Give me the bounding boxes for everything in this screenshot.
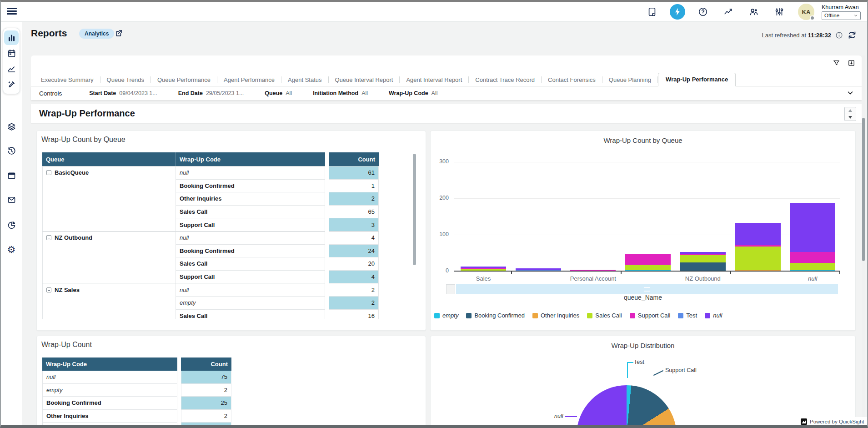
filter-icon[interactable] (833, 59, 840, 67)
legend-label: Booking Confirmed (474, 312, 525, 319)
people-icon[interactable] (746, 4, 762, 20)
control-end-date[interactable]: End Date29/05/2023 1... (178, 90, 244, 96)
legend-label: null (713, 312, 722, 319)
count-cell: 24 (329, 244, 379, 257)
tab-queue-performance[interactable]: Queue Performance (151, 74, 217, 86)
bar-segment-null (790, 203, 835, 252)
app-header: KA Khurram Awan Offline (1, 2, 867, 22)
sidebar-item-mail-icon[interactable] (4, 192, 19, 207)
help-icon[interactable] (695, 4, 711, 20)
sidebar-item-design-icon[interactable] (4, 77, 19, 91)
table-row: Sales Call16 (42, 309, 379, 319)
report-toolbar (833, 59, 855, 67)
tab-contract-trace-record[interactable]: Contract Trace Record (469, 74, 541, 86)
refresh-icon[interactable] (847, 30, 857, 40)
sidebar-item-history-icon[interactable] (4, 144, 19, 158)
count-cell: 2 (181, 410, 231, 423)
column-header[interactable]: Count (181, 358, 231, 371)
column-header[interactable]: Queue (42, 152, 176, 166)
axis-scrollbar-grip (644, 287, 650, 292)
bar-unlabeled-5[interactable] (735, 223, 781, 271)
queue-name: BasicQueue (55, 169, 89, 176)
status-select[interactable]: Offline (822, 11, 861, 20)
tab-queue-trends[interactable]: Queue Trends (100, 74, 151, 86)
sidebar-item-calendar-icon[interactable] (4, 46, 19, 60)
legend-swatch (587, 313, 592, 318)
tab-wrap-up-performance[interactable]: Wrap-Up Performance (658, 73, 736, 86)
avatar[interactable]: KA (798, 4, 814, 20)
count-cell: 2 (181, 384, 231, 397)
collapse-expander[interactable] (46, 235, 51, 240)
tab-agent-interval-report[interactable]: Agent Interval Report (400, 74, 468, 86)
control-initiation-method[interactable]: Initiation MethodAll (313, 90, 368, 96)
axis-scrollbar-handle[interactable] (446, 284, 455, 294)
tab-contact-forensics[interactable]: Contact Forensics (542, 74, 602, 86)
control-start-date[interactable]: Start Date09/04/2023 1... (89, 90, 157, 96)
sidebar-item-pie-chart-icon[interactable] (4, 217, 19, 232)
tab-executive-summary[interactable]: Executive Summary (35, 74, 100, 86)
page-scrollbar-thumb[interactable] (862, 118, 865, 261)
chart-title: Wrap-Up Count by Queue (431, 136, 855, 144)
pie-chart[interactable] (577, 385, 677, 428)
controls-collapse-chevron[interactable] (846, 89, 854, 99)
table-scrollbar[interactable] (413, 154, 416, 265)
bar-null[interactable] (790, 203, 835, 271)
x-axis-tick-label: NZ Outbound (685, 275, 721, 282)
user-name: Khurram Awan (822, 4, 859, 10)
column-gap (325, 309, 329, 319)
bar-nz-outbound[interactable] (680, 252, 726, 271)
note-icon[interactable] (644, 4, 660, 20)
wrapup-count-by-queue-table-card: Wrap-Up Count by Queue QueueWrap-Up Code… (36, 131, 426, 331)
legend-item-null[interactable]: null (705, 312, 722, 319)
analytics-badge: Analytics (79, 29, 114, 39)
control-wrap-up-code[interactable]: Wrap-Up CodeAll (389, 90, 437, 96)
column-gap (325, 270, 329, 283)
legend-item-other-inquiries[interactable]: Other Inquiries (532, 312, 579, 319)
collapse-expander[interactable] (46, 287, 51, 292)
bar-unlabeled-3[interactable] (625, 254, 671, 271)
sidebar-item-gear-icon[interactable]: ⚙ (4, 242, 19, 257)
column-header[interactable]: Count (329, 152, 379, 166)
tab-queue-interval-report[interactable]: Queue Interval Report (329, 74, 400, 86)
bar-segment-sales-call (735, 247, 781, 270)
axis-scrollbar[interactable] (456, 284, 838, 294)
count-cell: 106 (181, 423, 231, 428)
legend-label: Other Inquiries (541, 312, 579, 319)
external-link-icon[interactable] (115, 29, 123, 39)
legend-item-booking-confirmed[interactable]: Booking Confirmed (466, 312, 525, 319)
sliders-icon[interactable] (772, 4, 787, 20)
tab-agent-performance[interactable]: Agent Performance (217, 74, 281, 86)
metrics-icon[interactable] (721, 4, 736, 20)
info-icon[interactable] (835, 31, 843, 39)
legend-item-test[interactable]: Test (678, 312, 697, 319)
legend-item-sales-call[interactable]: Sales Call (587, 312, 622, 319)
legend-item-empty[interactable]: empty (434, 312, 458, 319)
sidebar-item-bar-chart-icon[interactable] (4, 30, 19, 45)
report-tabs: Executive SummaryQueue TrendsQueue Perfo… (31, 74, 862, 86)
sheet-scroll-stepper (844, 107, 856, 121)
lightning-icon[interactable] (670, 4, 685, 20)
wrapup-count-by-queue-chart-card: Wrap-Up Count by Queue 0100200300SalesPe… (430, 131, 856, 331)
column-header[interactable]: Wrap-Up Code (176, 152, 325, 166)
tab-agent-status[interactable]: Agent Status (281, 74, 328, 86)
sidebar-item-line-chart-icon[interactable] (4, 61, 19, 76)
x-axis-tick-label: Sales (476, 275, 491, 282)
sidebar-item-layers-icon[interactable] (4, 119, 19, 134)
collapse-expander[interactable] (46, 170, 51, 175)
legend-item-support-call[interactable]: Support Call (630, 312, 671, 319)
count-cell: 2 (329, 296, 379, 309)
export-icon[interactable] (848, 59, 855, 67)
control-queue[interactable]: QueueAll (265, 90, 292, 96)
column-header[interactable]: Wrap-Up Code (42, 358, 177, 371)
sidebar-item-window-icon[interactable] (4, 168, 19, 183)
controls-label: Controls (39, 90, 62, 97)
page-title: Reports (31, 28, 67, 39)
tab-queue-planning[interactable]: Queue Planning (602, 74, 657, 86)
wrapup-code-cell: Booking Confirmed (42, 397, 177, 410)
control-label: Wrap-Up Code (389, 90, 428, 96)
hamburger-menu-icon[interactable] (7, 8, 17, 15)
stepper-up-button[interactable] (845, 107, 856, 114)
table-row: Booking Confirmed24 (42, 244, 379, 257)
stepper-down-button[interactable] (845, 114, 856, 121)
count-cell: 2 (329, 283, 379, 296)
